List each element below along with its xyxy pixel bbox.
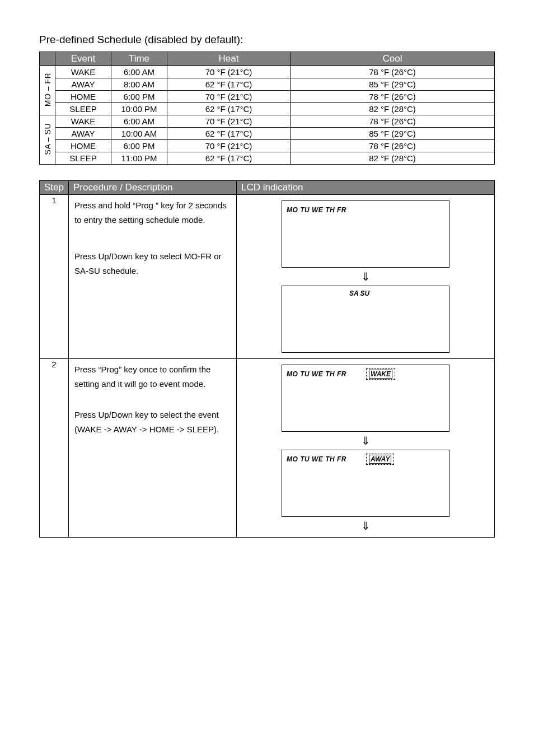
schedule-table: Event Time Heat Cool MO – FR WAKE 6:00 A… [39,52,495,165]
schedule-group-label: MO – FR [40,66,55,115]
lcd-days: MO TU WE TH FR [287,206,346,214]
step-description: Press “Prog” key once to confirm the set… [69,359,237,538]
table-row: AWAY 8:00 AM 62 °F (17°C) 85 °F (29°C) [40,78,495,91]
cell-event: HOME [55,140,111,152]
schedule-header-blank [40,52,55,66]
cell-time: 10:00 PM [111,103,167,115]
cell-cool: 78 °F (26°C) [291,66,495,78]
lcd-days: SA SU [349,290,369,297]
cell-cool: 85 °F (29°C) [291,128,495,140]
step-number: 2 [40,359,69,538]
down-arrow-icon: ⇓ [361,271,371,282]
cell-time: 10:00 AM [111,128,167,140]
cell-heat: 62 °F (17°C) [167,128,291,140]
lcd-indication: MO TU WE TH FR ⇓ SA SU [237,195,495,359]
cell-cool: 78 °F (26°C) [291,91,495,103]
cell-cool: 82 °F (28°C) [291,103,495,115]
lcd-days: MO TU WE TH FR [287,455,346,463]
cell-heat: 70 °F (21°C) [167,91,291,103]
lcd-event-badge: WAKE [366,368,395,380]
step-description: Press and hold “Prog ” key for 2 seconds… [69,195,237,359]
procedure-header-step: Step [40,181,69,195]
procedure-table: Step Procedure / Description LCD indicat… [39,180,495,538]
cell-cool: 85 °F (29°C) [291,78,495,91]
lcd-event-badge: AWAY [366,454,394,465]
cell-event: AWAY [55,128,111,140]
lcd-days: MO TU WE TH FR [287,370,346,378]
schedule-header-cool: Cool [291,52,495,66]
table-row: HOME 6:00 PM 70 °F (21°C) 78 °F (26°C) [40,140,495,152]
cell-event: SLEEP [55,152,111,165]
schedule-header-event: Event [55,52,111,66]
cell-time: 6:00 PM [111,91,167,103]
cell-event: HOME [55,91,111,103]
cell-heat: 62 °F (17°C) [167,103,291,115]
cell-cool: 82 °F (28°C) [291,152,495,165]
cell-heat: 70 °F (21°C) [167,115,291,128]
lcd-screen: MO TU WE TH FR WAKE [282,365,449,432]
lcd-screen: MO TU WE TH FR AWAY [282,450,449,517]
procedure-header-desc: Procedure / Description [69,181,237,195]
cell-event: AWAY [55,78,111,91]
lcd-screen: MO TU WE TH FR [282,200,449,268]
cell-event: SLEEP [55,103,111,115]
cell-heat: 62 °F (17°C) [167,152,291,165]
procedure-header-lcd: LCD indication [237,181,495,195]
cell-heat: 70 °F (21°C) [167,66,291,78]
lcd-screen: SA SU [282,286,449,353]
cell-time: 6:00 AM [111,115,167,128]
table-row: AWAY 10:00 AM 62 °F (17°C) 85 °F (29°C) [40,128,495,140]
page-title: Pre-defined Schedule (disabled by defaul… [39,34,495,46]
step-number: 1 [40,195,69,359]
down-arrow-icon: ⇓ [361,435,371,446]
table-row: SLEEP 10:00 PM 62 °F (17°C) 82 °F (28°C) [40,103,495,115]
procedure-row: 1 Press and hold “Prog ” key for 2 secon… [40,195,495,359]
procedure-row: 2 Press “Prog” key once to confirm the s… [40,359,495,538]
cell-time: 6:00 PM [111,140,167,152]
cell-event: WAKE [55,66,111,78]
cell-time: 8:00 AM [111,78,167,91]
step-desc-paragraph: Press Up/Down key to select MO-FR or SA-… [74,249,231,278]
cell-cool: 78 °F (26°C) [291,140,495,152]
table-row: SA – SU WAKE 6:00 AM 70 °F (21°C) 78 °F … [40,115,495,128]
schedule-header-time: Time [111,52,167,66]
schedule-group-label: SA – SU [40,115,55,165]
cell-cool: 78 °F (26°C) [291,115,495,128]
lcd-indication: MO TU WE TH FR WAKE ⇓ MO TU WE TH FR AWA… [237,359,495,538]
cell-time: 6:00 AM [111,66,167,78]
cell-event: WAKE [55,115,111,128]
down-arrow-icon: ⇓ [361,520,371,531]
table-row: HOME 6:00 PM 70 °F (21°C) 78 °F (26°C) [40,91,495,103]
cell-heat: 70 °F (21°C) [167,140,291,152]
schedule-header-heat: Heat [167,52,291,66]
step-desc-paragraph: Press “Prog” key once to confirm the set… [74,362,231,391]
cell-time: 11:00 PM [111,152,167,165]
table-row: MO – FR WAKE 6:00 AM 70 °F (21°C) 78 °F … [40,66,495,78]
step-desc-paragraph: Press and hold “Prog ” key for 2 seconds… [74,198,231,227]
table-row: SLEEP 11:00 PM 62 °F (17°C) 82 °F (28°C) [40,152,495,165]
step-desc-paragraph: Press Up/Down key to select the event (W… [74,408,231,436]
cell-heat: 62 °F (17°C) [167,78,291,91]
